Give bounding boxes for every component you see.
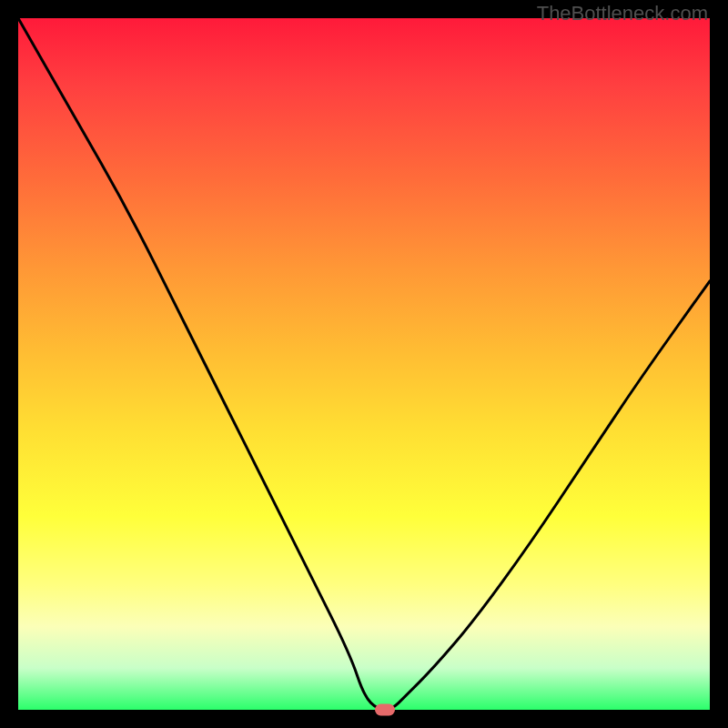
bottleneck-curve [18,18,710,710]
optimal-point-marker [375,704,395,716]
watermark-text: TheBottleneck.com [537,2,708,25]
chart-container: TheBottleneck.com [0,0,728,728]
plot-area [18,18,710,710]
